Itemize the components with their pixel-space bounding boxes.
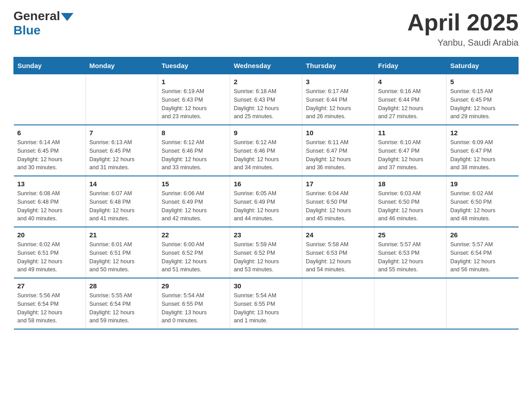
day-number: 29 <box>162 282 226 290</box>
day-number: 4 <box>378 78 442 86</box>
day-info: Sunrise: 6:10 AM Sunset: 6:47 PM Dayligh… <box>378 138 442 172</box>
calendar-cell: 9Sunrise: 6:12 AM Sunset: 6:46 PM Daylig… <box>230 125 302 176</box>
weekday-header-tuesday: Tuesday <box>158 57 230 74</box>
calendar-cell <box>302 278 374 329</box>
calendar-cell: 24Sunrise: 5:58 AM Sunset: 6:53 PM Dayli… <box>302 227 374 278</box>
calendar-cell <box>446 278 519 329</box>
day-number: 25 <box>378 231 442 239</box>
day-info: Sunrise: 6:12 AM Sunset: 6:46 PM Dayligh… <box>162 138 226 172</box>
calendar-cell: 1Sunrise: 6:19 AM Sunset: 6:43 PM Daylig… <box>158 74 230 125</box>
calendar-table: SundayMondayTuesdayWednesdayThursdayFrid… <box>13 57 519 330</box>
calendar-week-row: 27Sunrise: 5:56 AM Sunset: 6:54 PM Dayli… <box>14 278 519 329</box>
weekday-header-friday: Friday <box>374 57 446 74</box>
day-info: Sunrise: 6:00 AM Sunset: 6:52 PM Dayligh… <box>162 240 226 274</box>
calendar-cell: 10Sunrise: 6:11 AM Sunset: 6:47 PM Dayli… <box>302 125 374 176</box>
day-info: Sunrise: 6:02 AM Sunset: 6:50 PM Dayligh… <box>450 189 515 223</box>
day-number: 16 <box>234 180 298 188</box>
day-info: Sunrise: 6:13 AM Sunset: 6:45 PM Dayligh… <box>90 138 154 172</box>
logo: General Blue <box>13 9 73 38</box>
calendar-title: April 2025 <box>407 9 519 36</box>
day-number: 24 <box>306 231 370 239</box>
day-info: Sunrise: 6:16 AM Sunset: 6:44 PM Dayligh… <box>378 87 442 121</box>
calendar-cell: 28Sunrise: 5:55 AM Sunset: 6:54 PM Dayli… <box>86 278 158 329</box>
day-number: 15 <box>162 180 226 188</box>
day-info: Sunrise: 5:58 AM Sunset: 6:53 PM Dayligh… <box>306 240 370 274</box>
weekday-header-row: SundayMondayTuesdayWednesdayThursdayFrid… <box>14 57 519 74</box>
day-info: Sunrise: 6:05 AM Sunset: 6:49 PM Dayligh… <box>234 189 298 223</box>
day-number: 7 <box>90 129 154 137</box>
logo-top: General <box>13 9 73 23</box>
day-info: Sunrise: 6:09 AM Sunset: 6:47 PM Dayligh… <box>450 138 515 172</box>
day-number: 2 <box>234 78 298 86</box>
day-number: 17 <box>306 180 370 188</box>
logo-arrow-icon <box>61 13 73 21</box>
day-number: 9 <box>234 129 298 137</box>
day-number: 27 <box>17 282 82 290</box>
day-info: Sunrise: 6:12 AM Sunset: 6:46 PM Dayligh… <box>234 138 298 172</box>
calendar-cell: 13Sunrise: 6:08 AM Sunset: 6:48 PM Dayli… <box>14 176 86 227</box>
day-number: 13 <box>17 180 82 188</box>
calendar-cell <box>14 74 86 125</box>
calendar-body: 1Sunrise: 6:19 AM Sunset: 6:43 PM Daylig… <box>14 74 519 330</box>
day-info: Sunrise: 6:11 AM Sunset: 6:47 PM Dayligh… <box>306 138 370 172</box>
weekday-header-sunday: Sunday <box>14 57 86 74</box>
calendar-cell: 3Sunrise: 6:17 AM Sunset: 6:44 PM Daylig… <box>302 74 374 125</box>
day-info: Sunrise: 6:18 AM Sunset: 6:43 PM Dayligh… <box>234 87 298 121</box>
calendar-cell: 17Sunrise: 6:04 AM Sunset: 6:50 PM Dayli… <box>302 176 374 227</box>
calendar-cell: 5Sunrise: 6:15 AM Sunset: 6:45 PM Daylig… <box>446 74 519 125</box>
day-info: Sunrise: 5:57 AM Sunset: 6:53 PM Dayligh… <box>378 240 442 274</box>
day-info: Sunrise: 6:06 AM Sunset: 6:49 PM Dayligh… <box>162 189 226 223</box>
calendar-cell: 25Sunrise: 5:57 AM Sunset: 6:53 PM Dayli… <box>374 227 446 278</box>
day-info: Sunrise: 6:01 AM Sunset: 6:51 PM Dayligh… <box>90 240 154 274</box>
calendar-week-row: 6Sunrise: 6:14 AM Sunset: 6:45 PM Daylig… <box>14 125 519 176</box>
calendar-cell: 26Sunrise: 5:57 AM Sunset: 6:54 PM Dayli… <box>446 227 519 278</box>
logo-general-text: General <box>13 9 60 23</box>
day-number: 26 <box>450 231 515 239</box>
day-info: Sunrise: 6:02 AM Sunset: 6:51 PM Dayligh… <box>17 240 82 274</box>
calendar-cell: 11Sunrise: 6:10 AM Sunset: 6:47 PM Dayli… <box>374 125 446 176</box>
day-number: 10 <box>306 129 370 137</box>
day-info: Sunrise: 6:17 AM Sunset: 6:44 PM Dayligh… <box>306 87 370 121</box>
calendar-cell: 29Sunrise: 5:54 AM Sunset: 6:55 PM Dayli… <box>158 278 230 329</box>
day-number: 20 <box>17 231 82 239</box>
day-info: Sunrise: 6:14 AM Sunset: 6:45 PM Dayligh… <box>17 138 82 172</box>
day-info: Sunrise: 5:55 AM Sunset: 6:54 PM Dayligh… <box>90 291 154 325</box>
calendar-cell: 22Sunrise: 6:00 AM Sunset: 6:52 PM Dayli… <box>158 227 230 278</box>
day-number: 18 <box>378 180 442 188</box>
calendar-cell <box>86 74 158 125</box>
day-number: 12 <box>450 129 515 137</box>
day-number: 6 <box>17 129 82 137</box>
calendar-cell: 30Sunrise: 5:54 AM Sunset: 6:55 PM Dayli… <box>230 278 302 329</box>
day-info: Sunrise: 6:07 AM Sunset: 6:48 PM Dayligh… <box>90 189 154 223</box>
day-info: Sunrise: 5:54 AM Sunset: 6:55 PM Dayligh… <box>162 291 226 325</box>
calendar-cell: 15Sunrise: 6:06 AM Sunset: 6:49 PM Dayli… <box>158 176 230 227</box>
day-number: 19 <box>450 180 515 188</box>
calendar-week-row: 1Sunrise: 6:19 AM Sunset: 6:43 PM Daylig… <box>14 74 519 125</box>
day-number: 22 <box>162 231 226 239</box>
day-number: 21 <box>90 231 154 239</box>
day-number: 5 <box>450 78 515 86</box>
calendar-cell: 6Sunrise: 6:14 AM Sunset: 6:45 PM Daylig… <box>14 125 86 176</box>
day-info: Sunrise: 5:56 AM Sunset: 6:54 PM Dayligh… <box>17 291 82 325</box>
calendar-header: SundayMondayTuesdayWednesdayThursdayFrid… <box>14 57 519 74</box>
title-area: April 2025 Yanbu, Saudi Arabia <box>407 9 519 48</box>
day-number: 8 <box>162 129 226 137</box>
calendar-week-row: 20Sunrise: 6:02 AM Sunset: 6:51 PM Dayli… <box>14 227 519 278</box>
page-header: General Blue April 2025 Yanbu, Saudi Ara… <box>13 9 519 48</box>
day-info: Sunrise: 6:08 AM Sunset: 6:48 PM Dayligh… <box>17 189 82 223</box>
day-info: Sunrise: 5:54 AM Sunset: 6:55 PM Dayligh… <box>234 291 298 325</box>
weekday-header-thursday: Thursday <box>302 57 374 74</box>
day-info: Sunrise: 5:59 AM Sunset: 6:52 PM Dayligh… <box>234 240 298 274</box>
calendar-cell: 23Sunrise: 5:59 AM Sunset: 6:52 PM Dayli… <box>230 227 302 278</box>
day-info: Sunrise: 6:04 AM Sunset: 6:50 PM Dayligh… <box>306 189 370 223</box>
calendar-location: Yanbu, Saudi Arabia <box>407 38 519 48</box>
calendar-cell: 7Sunrise: 6:13 AM Sunset: 6:45 PM Daylig… <box>86 125 158 176</box>
day-info: Sunrise: 6:15 AM Sunset: 6:45 PM Dayligh… <box>450 87 515 121</box>
day-number: 1 <box>162 78 226 86</box>
calendar-cell <box>374 278 446 329</box>
calendar-cell: 20Sunrise: 6:02 AM Sunset: 6:51 PM Dayli… <box>14 227 86 278</box>
calendar-cell: 18Sunrise: 6:03 AM Sunset: 6:50 PM Dayli… <box>374 176 446 227</box>
calendar-cell: 2Sunrise: 6:18 AM Sunset: 6:43 PM Daylig… <box>230 74 302 125</box>
day-number: 14 <box>90 180 154 188</box>
day-number: 30 <box>234 282 298 290</box>
